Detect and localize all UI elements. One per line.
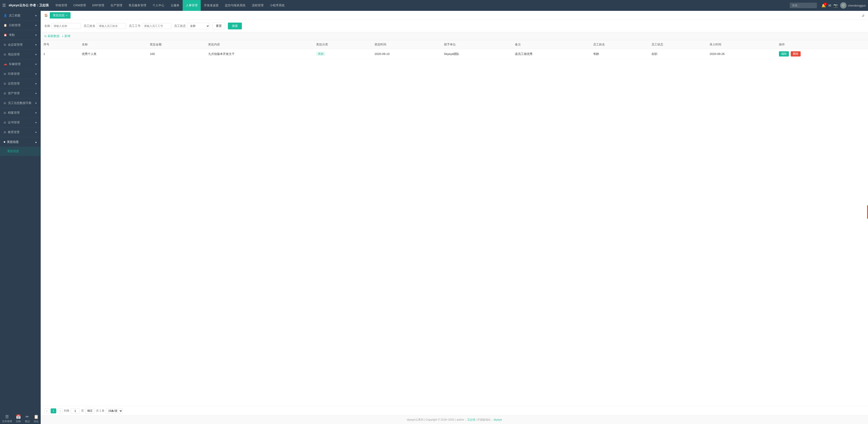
cell-content: 九月份版本开发主干	[206, 49, 313, 59]
total-label: 共 1 条	[96, 409, 104, 413]
col-unit: 授予单位	[441, 40, 512, 49]
filter-name-input[interactable]	[52, 23, 81, 29]
nav-item-monitor[interactable]: 监控与报表系统	[222, 0, 249, 11]
footer-author-link[interactable]: 卫志强	[467, 418, 475, 421]
archive-icon: ⚖	[4, 111, 6, 114]
page-size-select[interactable]: 15条/页 30条/页 50条/页	[106, 408, 123, 414]
breadcrumb-tab[interactable]: 奖惩信息 ×	[50, 12, 70, 19]
sidebar-subitem-reward-info[interactable]: 奖惩信息	[0, 147, 41, 156]
nav-item-crm[interactable]: CRM管理	[70, 0, 89, 11]
chevron-icon: ▼	[35, 43, 37, 46]
delete-button[interactable]: 删除	[791, 51, 801, 57]
sidebar-item-employee-archive[interactable]: 👤员工档案 ▼	[0, 11, 41, 21]
col-name: 名称	[79, 40, 147, 49]
dict-icon: ⚖	[4, 101, 6, 104]
footer-source-link[interactable]: skyeye	[493, 418, 502, 421]
notification-icon[interactable]: 🔔 0	[822, 3, 826, 8]
top-navigation: ☰ skyeye云办公 作者：卫志强 学校管理 CRM管理 ERP管理 生产管理…	[0, 0, 868, 11]
sidebar-item-license[interactable]: ⚖证照管理 ▼	[0, 79, 41, 89]
col-time: 奖惩时间	[372, 40, 441, 49]
filter-employee-id-group: 员工工号	[129, 23, 171, 29]
filter-status-group: 员工状态 全部 在职 离职 试用期	[174, 23, 210, 29]
global-search-input[interactable]	[790, 3, 817, 8]
hamburger-icon[interactable]: ☰	[2, 3, 6, 8]
bottom-nav-forum[interactable]: 📋 论坛	[34, 414, 39, 423]
prev-page-button[interactable]: ‹	[44, 408, 49, 413]
refresh-button[interactable]: ↻ 刷新数据	[44, 34, 59, 38]
sidebar-item-supplies[interactable]: ⚖用品管理 ▼	[0, 50, 41, 59]
nav-item-dev[interactable]: 开发者桌面	[201, 0, 222, 11]
cell-time: 2020-09-10	[372, 49, 441, 59]
filter-employee-name-label: 员工姓名	[84, 24, 95, 28]
mail-icon[interactable]: ✉	[828, 3, 831, 8]
home-icon[interactable]: 🏠	[44, 13, 48, 17]
goto-page-input[interactable]	[71, 408, 80, 413]
sidebar: 👤员工档案 ▼ 📋日程管理 ▼ ⏰考勤 ▼ ⚖会议室管理 ▼ ⚖用品管理 ▼ 🚗…	[0, 11, 41, 424]
cell-amount: 100	[147, 49, 206, 59]
expand-icon[interactable]: ⊿	[862, 13, 864, 18]
chevron-icon: ▼	[35, 14, 37, 17]
assets-icon: ⚖	[4, 92, 6, 95]
search-button[interactable]: 搜索	[228, 23, 242, 29]
col-content: 奖惩内容	[206, 40, 313, 49]
bottom-nav-schedule[interactable]: 📅 日程	[16, 414, 21, 423]
page-1-button[interactable]: 1	[51, 408, 56, 413]
sidebar-item-archive-mgmt[interactable]: ⚖档案管理 ▼	[0, 108, 41, 118]
user-menu[interactable]: C chendongguo	[840, 2, 866, 8]
nav-item-school[interactable]: 学校管理	[52, 0, 70, 11]
nav-item-erp[interactable]: ERP管理	[89, 0, 107, 11]
filter-name-label: 名称	[44, 24, 50, 28]
chevron-up-icon: ▲	[35, 141, 37, 143]
avatar: C	[840, 2, 846, 8]
sidebar-item-cert-mgmt[interactable]: ⚖证书管理 ▼	[0, 118, 41, 127]
col-index: 序号	[41, 40, 79, 49]
cell-name: 优秀个人奖	[79, 49, 147, 59]
close-tab-icon[interactable]: ×	[66, 14, 67, 17]
nav-item-personal[interactable]: 个人中心	[149, 0, 167, 11]
nav-item-aftersales[interactable]: 售后服务管理	[125, 0, 149, 11]
sidebar-item-attendance[interactable]: ⏰考勤 ▼	[0, 30, 41, 40]
nav-item-production[interactable]: 生产管理	[107, 0, 125, 11]
sidebar-item-reward-punishment[interactable]: ■奖惩信息 ▲	[0, 137, 41, 147]
bottom-nav-files[interactable]: ☰ 文件管理	[2, 414, 12, 423]
reward-icon: ■	[4, 140, 5, 144]
col-amount: 奖惩金额	[147, 40, 206, 49]
sidebar-item-assets[interactable]: ⚖资产管理 ▼	[0, 89, 41, 98]
sidebar-item-seal[interactable]: ⚖印章管理 ▼	[0, 69, 41, 79]
reset-button[interactable]: 重置	[213, 23, 225, 29]
edit-button[interactable]: 编辑	[779, 51, 789, 57]
forum-icon: 📋	[34, 414, 39, 419]
next-page-button[interactable]: ›	[58, 408, 63, 413]
bottom-navigation: ☰ 文件管理 📅 日程 ✏ 笔记 📋 论坛	[0, 413, 41, 424]
filter-status-label: 员工状态	[174, 24, 186, 28]
nav-item-cloud[interactable]: 云服务	[167, 0, 183, 11]
camera-icon[interactable]: 📷	[833, 3, 838, 8]
goto-confirm-button[interactable]: 确定	[85, 408, 95, 414]
calendar-icon: 📅	[16, 414, 21, 419]
add-icon: +	[62, 35, 64, 38]
table-row: 1 优秀个人奖 100 九月份版本开发主干 奖励 2020-09-10 Skye…	[41, 49, 868, 59]
filter-employee-name-input[interactable]	[97, 23, 126, 29]
sidebar-item-data-dict[interactable]: ⚖员工信息数据字典 ▼	[0, 98, 41, 108]
breadcrumb-bar: 🏠 奖惩信息 × ⊿	[41, 11, 868, 20]
employee-icon: 👤	[4, 14, 7, 17]
toolbar: ↻ 刷新数据 + 新增	[41, 32, 868, 40]
seal-icon: ⚖	[4, 72, 6, 75]
sidebar-item-schedule[interactable]: 📋日程管理 ▼	[0, 21, 41, 30]
sidebar-item-meeting-room[interactable]: ⚖会议室管理 ▼	[0, 40, 41, 50]
sidebar-item-education[interactable]: ⚖教育背景 ▼	[0, 127, 41, 137]
nav-item-hr[interactable]: 人事管理	[183, 0, 201, 11]
cell-employee-name: 韦静	[590, 49, 649, 59]
add-button[interactable]: + 新增	[62, 34, 70, 38]
chevron-icon: ▼	[35, 63, 37, 65]
sidebar-item-vehicle[interactable]: 🚗车辆管理 ▼	[0, 59, 41, 69]
filter-status-select[interactable]: 全部 在职 离职 试用期	[187, 23, 210, 29]
col-employee-name: 员工姓名	[590, 40, 649, 49]
page-footer: skyeye云系列 | Copyright © 2018~2020 | auth…	[41, 416, 868, 424]
filter-employee-id-label: 员工工号	[129, 24, 141, 28]
nav-item-miniapp[interactable]: 小程序系统	[267, 0, 288, 11]
bottom-nav-notes[interactable]: ✏ 笔记	[25, 414, 30, 423]
nav-item-workflow[interactable]: 流程管理	[249, 0, 267, 11]
filter-employee-id-input[interactable]	[142, 23, 171, 29]
chevron-icon: ▼	[35, 83, 37, 85]
